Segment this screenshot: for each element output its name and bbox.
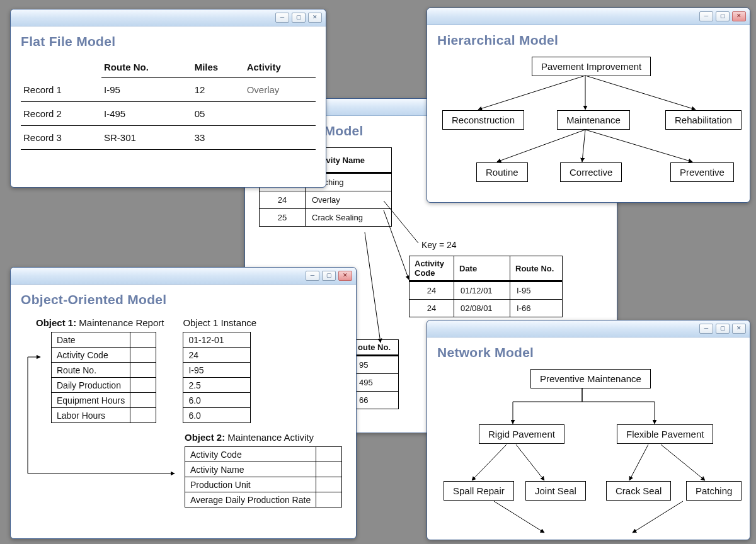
window-network: ─ ▢ ✕ Network Model Preventive Maintenan… [427,320,750,540]
maximize-button[interactable]: ▢ [292,13,306,23]
net-leaf: Joint Seal [525,481,586,501]
net-leaf: Crack Seal [606,481,671,501]
hier-leaf: Routine [476,162,528,182]
svg-line-10 [516,445,544,480]
window-title: Network Model [437,345,740,360]
minimize-button[interactable]: ─ [699,324,713,334]
svg-line-12 [661,445,705,480]
window-flat-file: ─ ▢ ✕ Flat File Model Route No.MilesActi… [10,9,326,188]
close-button[interactable]: ✕ [338,271,352,281]
svg-line-7 [582,130,585,162]
window-title: Hierarchical Model [437,33,740,48]
close-button[interactable]: ✕ [732,11,746,21]
relational-table-b: Activity Code Date Route No. 2401/12/01I… [409,256,563,317]
hier-node: Rehabilitation [665,110,742,130]
close-button[interactable]: ✕ [308,13,322,23]
svg-line-2 [365,232,381,343]
titlebar: ─ ▢ ✕ [11,9,326,26]
window-title: Flat File Model [21,34,316,49]
svg-line-6 [497,130,585,162]
window-title: Object-Oriented Model [21,292,346,307]
object2-fields: Activity Code Activity Name Production U… [185,446,342,507]
object2-label: Object 2: Maintenance Activity [185,432,346,443]
window-object-oriented: ─ ▢ ✕ Object-Oriented Model Object 1: Ma… [10,267,357,539]
close-button[interactable]: ✕ [732,324,746,334]
flat-file-table: Route No.MilesActivity Record 1I-9512Ove… [21,58,316,150]
object1-fields: Date Activity Code Route No. Daily Produ… [51,332,156,423]
svg-line-11 [629,445,648,480]
maximize-button[interactable]: ▢ [322,271,336,281]
svg-line-14 [633,501,683,533]
svg-line-9 [472,445,507,480]
net-leaf: Spall Repair [444,481,514,501]
net-node: Flexible Pavement [617,424,713,444]
minimize-button[interactable]: ─ [275,13,289,23]
minimize-button[interactable]: ─ [306,271,319,281]
maximize-button[interactable]: ▢ [716,11,730,21]
key-label: Key = 24 [421,240,457,250]
relational-table-c: oute No. 95 495 66 [352,339,399,409]
net-root: Preventive Maintenance [530,369,651,388]
window-hierarchical: ─ ▢ ✕ Hierarchical Model Pavement Improv… [427,8,750,203]
object1-instance-label: Object 1 Instance [183,317,256,328]
hier-node: Maintenance [557,110,630,130]
object1-instance: 01-12-01 24 I-95 2.5 6.0 6.0 [183,332,251,423]
net-leaf: Patching [686,481,742,501]
minimize-button[interactable]: ─ [699,11,713,21]
hier-root: Pavement Improvement [532,57,651,76]
titlebar: ─ ▢ ✕ [427,8,750,25]
titlebar: ─ ▢ ✕ [11,268,356,285]
net-node: Rigid Pavement [479,424,564,444]
net-arrows [437,369,752,544]
maximize-button[interactable]: ▢ [716,324,730,334]
hier-leaf: Corrective [560,162,622,182]
svg-line-13 [494,501,544,533]
object1-label: Object 1: Maintenance Report [36,317,164,328]
svg-line-8 [585,130,692,162]
svg-line-5 [585,76,696,110]
svg-line-3 [478,76,585,110]
titlebar: ─ ▢ ✕ [427,320,750,337]
hier-node: Reconstruction [442,110,524,130]
hier-leaf: Preventive [670,162,734,182]
